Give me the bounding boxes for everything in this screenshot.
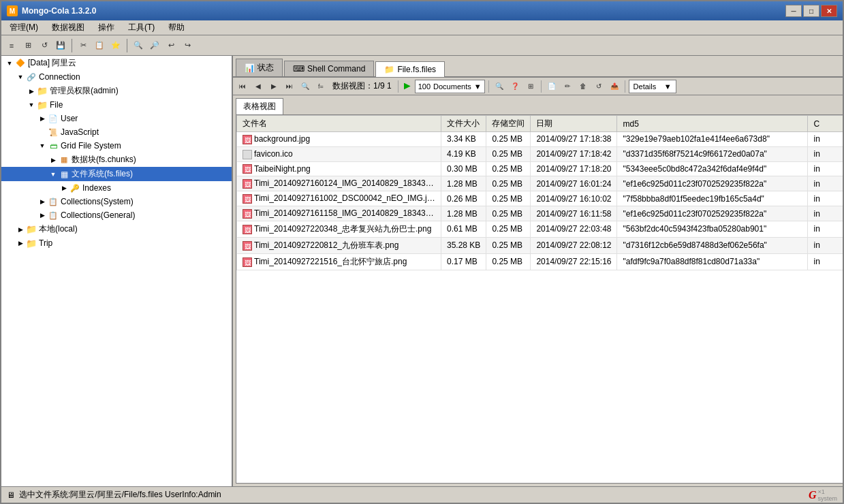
tree-item-chunks[interactable]: ▶ ▦ 数据块(fs.chunks) — [1, 153, 232, 167]
expander-local[interactable]: ▶ — [15, 224, 26, 235]
expander-gridfs[interactable]: ▼ — [37, 140, 48, 151]
menu-manage[interactable]: 管理(M) — [4, 20, 44, 35]
table-row[interactable]: 🖼Timi_20140927220812_九份班车表.png 35.28 KB … — [237, 237, 845, 253]
tree-item-admin[interactable]: ▶ 📁 管理员权限(admin) — [1, 84, 232, 98]
tree-item-colls-system[interactable]: ▶ 📋 Collections(System) — [1, 195, 232, 208]
tab-fsfiles[interactable]: 📁 File.fs.files — [375, 61, 445, 77]
cell-filesize: 3.34 KB — [441, 132, 486, 147]
cell-date: 2014/09/27 16:11:58 — [531, 206, 617, 221]
rt-btn-add[interactable]: 📄 — [545, 80, 559, 93]
nav-last-button[interactable]: ⏭ — [283, 80, 296, 93]
col-header-filename[interactable]: 文件名 — [237, 116, 441, 132]
tree-item-trip[interactable]: ▶ 📁 Trip — [1, 236, 232, 250]
table-body: 🖼background.jpg 3.34 KB 0.25 MB 2014/09/… — [237, 132, 845, 270]
tree-item-data-aliyun[interactable]: ▼ 🔶 [Data] 阿里云 — [1, 56, 232, 70]
toolbar-btn-7[interactable]: ⭐ — [108, 38, 123, 53]
col-header-date[interactable]: 日期 — [531, 116, 617, 132]
nav-first-button[interactable]: ⏮ — [236, 80, 249, 93]
rt-btn-a[interactable]: 🔍 — [493, 80, 506, 93]
tree-item-gridfs[interactable]: ▼ 🗃 Grid File System — [1, 139, 232, 153]
coll-icon-system: 📋 — [48, 196, 59, 207]
nav-search-button[interactable]: 🔍 — [298, 80, 312, 93]
toolbar-btn-10[interactable]: ↩ — [163, 38, 178, 53]
minimize-button[interactable]: ─ — [785, 5, 802, 17]
doc-count-dropdown[interactable]: 100 Documents ▼ — [415, 80, 485, 93]
tree-label-fsfiles: 文件系统(fs.files) — [72, 168, 133, 180]
expander-indexes[interactable]: ▶ — [59, 183, 69, 193]
col-header-c[interactable]: C — [808, 116, 844, 132]
table-row[interactable]: 🖼Timi_20140927221516_台北怀宁旅店.png 0.17 MB … — [237, 253, 845, 270]
tree-label-file: File — [50, 100, 63, 110]
cell-filename: 🖼Timi_20140927221516_台北怀宁旅店.png — [237, 253, 441, 270]
rt-btn-del[interactable]: 🗑 — [576, 80, 590, 93]
menu-dataview[interactable]: 数据视图 — [46, 20, 90, 35]
rt-btn-b[interactable]: ❓ — [508, 80, 522, 93]
tree-item-indexes[interactable]: ▶ 🔑 Indexes — [1, 181, 232, 195]
menu-operations[interactable]: 操作 — [93, 20, 120, 35]
play-button[interactable] — [404, 83, 411, 90]
toolbar-btn-5[interactable]: ✂ — [76, 38, 91, 53]
table-row[interactable]: 🖼background.jpg 3.34 KB 0.25 MB 2014/09/… — [237, 132, 845, 147]
nav-prev-button[interactable]: ◀ — [251, 80, 265, 93]
expander-chunks[interactable]: ▶ — [48, 155, 59, 166]
tree-item-connection[interactable]: ▼ 🔗 Connection — [1, 70, 232, 84]
expander-colls-system[interactable]: ▶ — [37, 196, 48, 207]
col-header-storage[interactable]: 存储空间 — [486, 116, 531, 132]
tree-label-connection: Connection — [39, 72, 80, 82]
nav-filter-button[interactable]: f= — [314, 80, 328, 93]
tree-item-fsfiles[interactable]: ▼ ▦ 文件系统(fs.files) — [1, 167, 232, 181]
rt-btn-edit[interactable]: ✏ — [561, 80, 574, 93]
close-button[interactable]: ✕ — [821, 5, 837, 17]
cell-md5: "329e19e79aeb102fa1e41f4ee6a673d8" — [617, 132, 808, 147]
view-tab-table[interactable]: 表格视图 — [236, 98, 283, 114]
table-row[interactable]: 🖼Timi_20140927160124_IMG_20140829_183437… — [237, 176, 845, 191]
cell-filename: 🖼background.jpg — [237, 132, 441, 147]
table-row[interactable]: 🖼Timi_20140927161002_DSC00042_nEO_IMG.jp… — [237, 191, 845, 206]
tree-item-local[interactable]: ▶ 📁 本地(local) — [1, 222, 232, 236]
tree-item-colls-general[interactable]: ▶ 📋 Collections(General) — [1, 208, 232, 222]
details-dropdown[interactable]: Details ▼ — [629, 80, 676, 93]
window-controls[interactable]: ─ □ ✕ — [785, 5, 837, 17]
menu-help[interactable]: 帮助 — [163, 20, 190, 35]
toolbar-btn-2[interactable]: ⊞ — [20, 38, 35, 53]
table-row[interactable]: 🖼TaibeiNight.png 0.30 MB 0.25 MB 2014/09… — [237, 161, 845, 176]
toolbar-btn-11[interactable]: ↪ — [180, 38, 195, 53]
coll-icon-javascript: 📜 — [48, 127, 59, 138]
expander-data-aliyun[interactable]: ▼ — [4, 58, 15, 69]
toolbar-btn-9[interactable]: 🔎 — [147, 38, 162, 53]
tree-item-user[interactable]: ▶ 📄 User — [1, 112, 232, 125]
expander-file[interactable]: ▼ — [26, 99, 37, 110]
col-header-md5[interactable]: md5 — [617, 116, 808, 132]
tab-fsfiles-label: File.fs.files — [397, 65, 436, 74]
toolbar-btn-4[interactable]: 💾 — [53, 38, 68, 53]
table-row[interactable]: favicon.ico 4.19 KB 0.25 MB 2014/09/27 1… — [237, 146, 845, 161]
rt-btn-refresh[interactable]: ↺ — [592, 80, 606, 93]
grid-icon: 🗃 — [48, 140, 59, 151]
col-header-filesize[interactable]: 文件大小 — [441, 116, 486, 132]
tab-shell[interactable]: ⌨ Shell Command — [284, 61, 374, 76]
expander-connection[interactable]: ▼ — [15, 72, 26, 82]
toolbar-btn-3[interactable]: ↺ — [37, 38, 52, 53]
tree-item-javascript[interactable]: 📜 JavaScript — [1, 125, 232, 139]
cell-storage: 0.25 MB — [486, 146, 531, 161]
expander-javascript[interactable] — [37, 127, 48, 138]
expander-fsfiles[interactable]: ▼ — [48, 169, 59, 180]
rt-btn-export[interactable]: 📤 — [608, 80, 621, 93]
tab-status[interactable]: 📊 状态 — [236, 59, 283, 76]
menu-tools[interactable]: 工具(T) — [123, 20, 160, 35]
maximize-button[interactable]: □ — [803, 5, 819, 17]
expander-colls-general[interactable]: ▶ — [37, 210, 48, 221]
table-row[interactable]: 🖼Timi_20140927161158_IMG_20140829_183437… — [237, 206, 845, 221]
toolbar-btn-8[interactable]: 🔍 — [131, 38, 146, 53]
toolbar-btn-1[interactable]: ≡ — [4, 38, 19, 53]
table-row[interactable]: 🖼Timi_20140927220348_忠孝复兴站九份巴士.png 0.61 … — [237, 221, 845, 237]
tree-item-file[interactable]: ▼ 📁 File — [1, 98, 232, 112]
toolbar-btn-6[interactable]: 📋 — [92, 38, 107, 53]
coll-icon-chunks: ▦ — [59, 155, 69, 166]
expander-user[interactable]: ▶ — [37, 113, 48, 124]
expander-trip[interactable]: ▶ — [15, 238, 26, 249]
nav-next-button[interactable]: ▶ — [267, 80, 281, 93]
rt-btn-c[interactable]: ⊞ — [524, 80, 537, 93]
expander-admin[interactable]: ▶ — [26, 86, 37, 97]
cell-filename: favicon.ico — [237, 146, 441, 161]
